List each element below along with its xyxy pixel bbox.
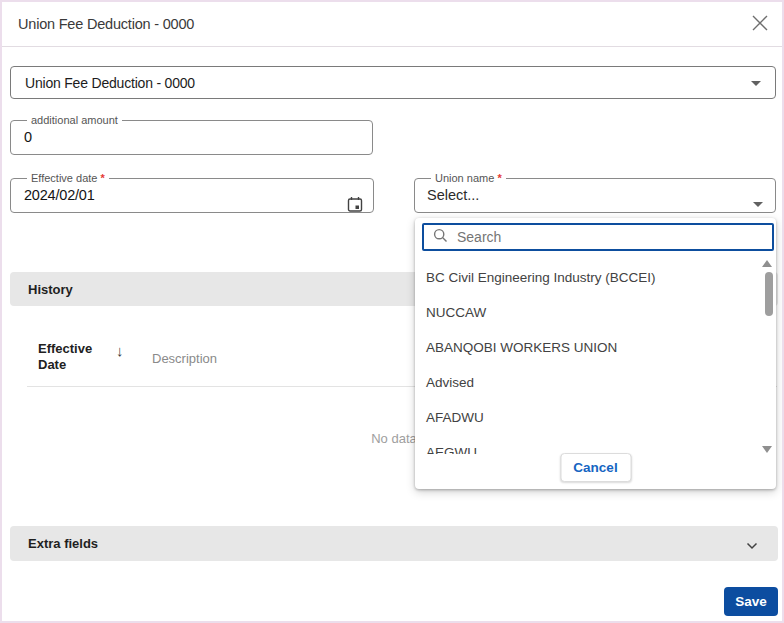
- save-button[interactable]: Save: [724, 587, 778, 616]
- effective-date-label: Effective date: [31, 172, 97, 184]
- scrollbar-down-arrow-icon[interactable]: [762, 446, 772, 453]
- deduction-type-value: Union Fee Deduction - 0000: [25, 75, 195, 91]
- union-name-label: Union name: [435, 172, 494, 184]
- union-option[interactable]: ABANQOBI WORKERS UNION: [415, 330, 776, 365]
- union-dropdown-panel: BC Civil Engineering Industry (BCCEI) NU…: [415, 218, 776, 489]
- required-asterisk: *: [497, 172, 501, 184]
- chevron-down-icon: [751, 81, 761, 86]
- chevron-down-icon: [753, 202, 763, 207]
- column-header-effective-date[interactable]: Effective Date: [38, 341, 104, 373]
- union-search-box[interactable]: [422, 223, 774, 251]
- extra-fields-title: Extra fields: [28, 536, 98, 551]
- close-button[interactable]: [750, 15, 770, 35]
- search-icon: [433, 228, 448, 247]
- union-name-value: Select...: [427, 185, 763, 203]
- union-option[interactable]: AFADWU: [415, 400, 776, 435]
- cancel-button[interactable]: Cancel: [560, 453, 631, 482]
- dialog-titlebar: Union Fee Deduction - 0000: [2, 2, 782, 47]
- chevron-down-icon: [746, 538, 758, 553]
- additional-amount-label: additional amount: [27, 114, 122, 127]
- sort-descending-icon[interactable]: ↓: [116, 342, 124, 359]
- effective-date-field[interactable]: Effective date *: [10, 172, 374, 213]
- effective-date-input[interactable]: [23, 185, 361, 203]
- close-icon: [751, 14, 769, 36]
- column-header-description[interactable]: Description: [152, 351, 217, 366]
- union-fee-deduction-dialog: { "dialog": { "title": "Union Fee Deduct…: [0, 0, 784, 623]
- calendar-icon[interactable]: [347, 196, 363, 217]
- scrollbar-thumb[interactable]: [765, 272, 773, 316]
- union-option[interactable]: NUCCAW: [415, 295, 776, 330]
- extra-fields-section-header[interactable]: Extra fields: [10, 526, 778, 561]
- additional-amount-field[interactable]: additional amount: [10, 114, 373, 155]
- union-option[interactable]: Advised: [415, 365, 776, 400]
- history-title: History: [28, 282, 73, 297]
- additional-amount-input[interactable]: [23, 127, 360, 145]
- union-option[interactable]: AEGWU: [415, 435, 776, 454]
- union-option[interactable]: BC Civil Engineering Industry (BCCEI): [415, 260, 776, 295]
- scrollbar-up-arrow-icon[interactable]: [762, 260, 772, 267]
- required-asterisk: *: [101, 172, 105, 184]
- union-option-list: BC Civil Engineering Industry (BCCEI) NU…: [415, 260, 776, 454]
- dialog-title: Union Fee Deduction - 0000: [18, 2, 194, 47]
- deduction-type-select[interactable]: Union Fee Deduction - 0000: [10, 66, 776, 99]
- union-search-input[interactable]: [448, 229, 738, 245]
- union-name-field[interactable]: Union name * Select...: [414, 172, 776, 213]
